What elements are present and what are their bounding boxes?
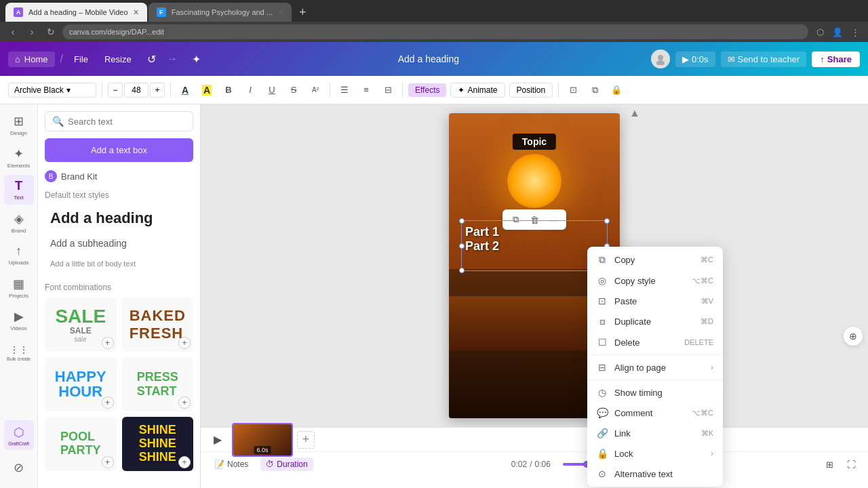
handle-tr[interactable]: [604, 218, 610, 224]
timeline-play-btn[interactable]: ▶: [209, 431, 226, 449]
tab2-close-btn[interactable]: ×: [278, 7, 283, 18]
tab2-title: Fascinating Psychology and ...: [172, 8, 273, 16]
inactive-tab[interactable]: F Fascinating Psychology and ... ×: [149, 3, 292, 22]
italic-btn[interactable]: I: [241, 81, 259, 99]
magic-btn[interactable]: ✦: [187, 49, 206, 68]
heading-style-item[interactable]: Add a heading: [45, 205, 193, 231]
timing-icon: ◷: [597, 387, 608, 398]
timeline-thumb-item[interactable]: 6.0s: [232, 423, 293, 457]
sidebar-item-text[interactable]: T Text: [4, 175, 34, 205]
fit-screen-btn[interactable]: ⊞: [821, 455, 838, 473]
delete-label: Delete: [614, 338, 677, 348]
resize-btn[interactable]: Resize: [99, 52, 137, 67]
copy-context-icon: ⧉: [597, 254, 608, 266]
sidebar-item-projects[interactable]: ▦ Projects: [4, 272, 34, 302]
sidebar-item-videos[interactable]: ▶ Videos: [4, 305, 34, 335]
strikethrough-btn[interactable]: S: [285, 81, 302, 99]
sidebar-item-graftcraft[interactable]: ⬡ GraftCraft: [4, 420, 34, 450]
new-tab-btn[interactable]: +: [293, 3, 312, 22]
fullscreen-btn[interactable]: ⛶: [842, 455, 860, 473]
send-to-teacher-btn[interactable]: ✉ Send to teacher: [721, 52, 807, 67]
canvas-right-toggle[interactable]: ⊕: [844, 327, 863, 346]
back-btn[interactable]: ‹: [5, 24, 20, 39]
indent-btn[interactable]: ⊟: [379, 81, 397, 99]
file-btn[interactable]: File: [68, 52, 94, 67]
comment-icon: 💬: [597, 407, 608, 418]
address-bar[interactable]: canva.com/design/DAP...edit: [62, 24, 808, 39]
sidebar-item-design[interactable]: ⊞ Design: [4, 110, 34, 140]
handle-bl[interactable]: [459, 268, 465, 273]
user-avatar[interactable]: [651, 49, 670, 68]
animate-btn[interactable]: ✦ Animate: [450, 83, 505, 98]
settings-icon[interactable]: ⋮: [848, 24, 863, 39]
body-style-item[interactable]: Add a little bit of body text: [45, 256, 193, 272]
share-btn[interactable]: ↑ Share: [812, 52, 860, 67]
font-sample-press-start[interactable]: PRESSSTART +: [122, 357, 194, 411]
duration-tab-btn[interactable]: ⏱ Duration: [260, 458, 313, 471]
font-family-select[interactable]: Archive Black ▾: [8, 83, 96, 98]
add-textbox-btn[interactable]: Add a text box: [45, 138, 193, 162]
total-time: 0:06: [535, 460, 551, 469]
sidebar-label-elements: Elements: [7, 163, 30, 169]
font-sample-happy-hour[interactable]: HAPPY HOUR +: [45, 357, 117, 411]
context-copy-style[interactable]: ◎ Copy style ⌥⌘C: [587, 270, 723, 291]
tab-close-btn[interactable]: ×: [134, 7, 139, 18]
extensions-icon[interactable]: ⬡: [812, 24, 827, 39]
search-input[interactable]: [68, 117, 186, 127]
context-timing[interactable]: ◷ Show timing: [587, 382, 723, 403]
font-sample-sale[interactable]: SALE SALE sale +: [45, 298, 117, 352]
sidebar-item-elements[interactable]: ✦ Elements: [4, 142, 34, 172]
sidebar-item-bulk[interactable]: ⋮⋮ Bulk create: [4, 338, 34, 367]
lock-format-btn[interactable]: 🔒: [608, 81, 625, 99]
sidebar-item-brand[interactable]: ◈ Brand: [4, 207, 34, 237]
font-size-decrease-btn[interactable]: −: [108, 83, 123, 98]
part-text-area[interactable]: Part 1 Part 2: [465, 225, 499, 253]
text-color-btn[interactable]: A: [176, 81, 194, 99]
home-btn[interactable]: ⌂ Home: [8, 52, 55, 67]
undo-btn[interactable]: ↺: [142, 49, 161, 68]
profile-icon[interactable]: 👤: [830, 24, 845, 39]
context-align[interactable]: ⊟ Align to page ›: [587, 357, 723, 378]
brand-kit-item[interactable]: B Brand Kit: [45, 170, 193, 182]
paste-shortcut: ⌘V: [701, 297, 713, 306]
font-sample-shine[interactable]: SHINE SHINE SHINE +: [122, 417, 194, 471]
context-duplicate[interactable]: ⧈ Duplicate ⌘D: [587, 311, 723, 332]
handle-tl[interactable]: [459, 218, 465, 224]
font-sample-baked[interactable]: BAKEDFRESH +: [122, 298, 194, 352]
list-btn[interactable]: ≡: [357, 81, 375, 99]
effects-btn[interactable]: Effects: [408, 83, 446, 97]
position-btn[interactable]: Position: [509, 83, 553, 98]
subheading-style-item[interactable]: Add a subheading: [45, 234, 193, 253]
context-paste[interactable]: ⊡ Paste ⌘V: [587, 291, 723, 311]
refresh-btn[interactable]: ↻: [43, 24, 58, 39]
context-alt-text[interactable]: ⊙ Alternative text: [587, 464, 723, 484]
bold-btn[interactable]: B: [220, 81, 237, 99]
handle-ml[interactable]: [459, 243, 465, 249]
sidebar-item-more[interactable]: ⊘: [4, 453, 34, 483]
context-comment[interactable]: 💬 Comment ⌥⌘C: [587, 403, 723, 423]
font-sample-pool-party[interactable]: POOLPARTY +: [45, 417, 117, 471]
play-btn[interactable]: ▶ 0:0s: [675, 52, 715, 67]
topic-badge[interactable]: Topic: [513, 134, 556, 150]
active-tab[interactable]: A Add a heading – Mobile Video ×: [5, 3, 147, 22]
notes-tab-btn[interactable]: 📝 Notes: [209, 458, 254, 471]
font-size-increase-btn[interactable]: +: [150, 83, 165, 98]
superscript-btn[interactable]: A²: [307, 81, 324, 99]
context-delete[interactable]: ☐ Delete DELETE: [587, 332, 723, 352]
underline-btn[interactable]: U: [263, 81, 281, 99]
crop-btn[interactable]: ⊡: [564, 81, 582, 99]
context-divider-2: [587, 380, 723, 380]
redo-btn[interactable]: →: [163, 49, 182, 68]
context-copy[interactable]: ⧉ Copy ⌘C: [587, 249, 723, 270]
forward-btn[interactable]: ›: [24, 24, 39, 39]
canvas-scroll[interactable]: ▲ Topic ⧉ 🗑 ···: [201, 104, 868, 427]
highlight-btn[interactable]: A: [198, 81, 216, 99]
font-size-input[interactable]: [124, 83, 149, 98]
context-link[interactable]: 🔗 Link ⌘K: [587, 423, 723, 443]
filter-btn[interactable]: ⧉: [586, 81, 604, 99]
context-lock[interactable]: 🔒 Lock ›: [587, 443, 723, 464]
canvas-up-arrow[interactable]: ▲: [629, 107, 640, 119]
align-left-btn[interactable]: ☰: [336, 81, 353, 99]
timeline-add-scene-btn[interactable]: +: [297, 431, 315, 449]
sidebar-item-uploads[interactable]: ↑ Uploads: [4, 240, 34, 270]
